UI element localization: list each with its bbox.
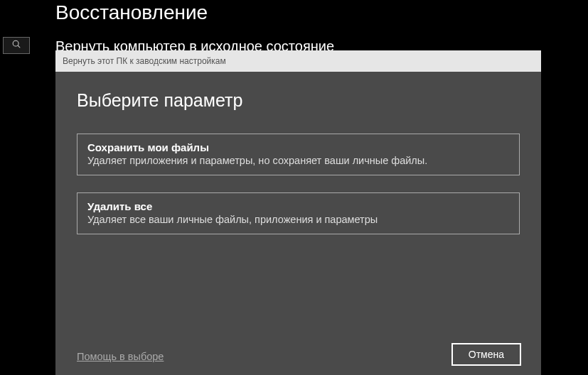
dialog-heading: Выберите параметр: [77, 90, 520, 111]
option-title: Удалить все: [87, 200, 509, 212]
help-link[interactable]: Помощь в выборе: [77, 351, 164, 362]
svg-line-1: [18, 45, 20, 48]
dialog-body: Выберите параметр Сохранить мои файлы Уд…: [55, 72, 541, 375]
main-area: Восстановление Вернуть компьютер в исход…: [38, 0, 588, 375]
cancel-button[interactable]: Отмена: [451, 343, 521, 366]
option-remove-all[interactable]: Удалить все Удаляет все ваши личные файл…: [77, 192, 520, 234]
dialog-titlebar-text: Вернуть этот ПК к заводским настройкам: [63, 56, 226, 66]
dialog-titlebar: Вернуть этот ПК к заводским настройкам: [55, 50, 541, 72]
option-desc: Удаляет все ваши личные файлы, приложени…: [87, 214, 509, 225]
svg-point-0: [13, 40, 18, 46]
option-desc: Удаляет приложения и параметры, но сохра…: [87, 155, 509, 166]
search-button[interactable]: [3, 37, 30, 54]
page-title: Восстановление: [55, 1, 208, 24]
option-keep-files[interactable]: Сохранить мои файлы Удаляет приложения и…: [77, 134, 520, 175]
option-title: Сохранить мои файлы: [87, 141, 509, 153]
search-icon: [11, 39, 21, 52]
left-rail: [0, 0, 38, 375]
reset-dialog: Вернуть этот ПК к заводским настройкам В…: [55, 50, 541, 375]
